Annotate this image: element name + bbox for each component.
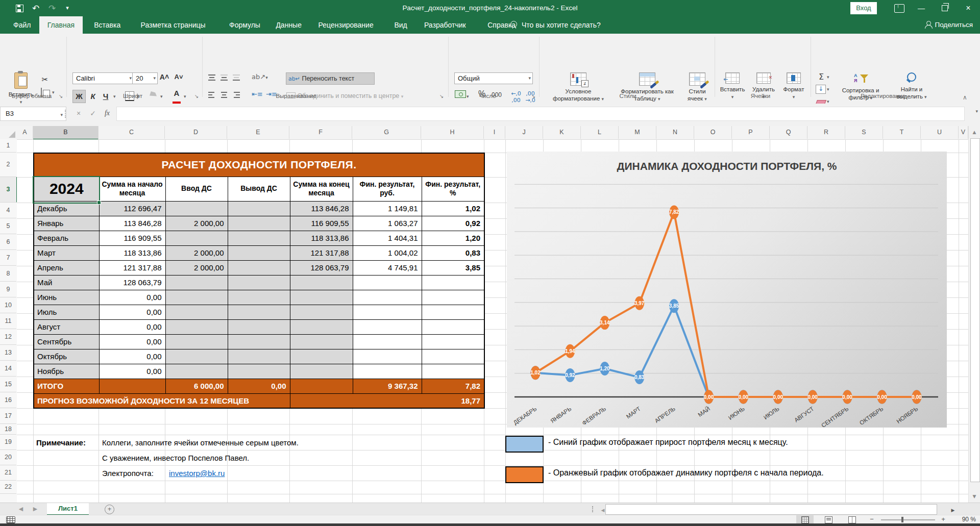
value-cell[interactable]: 128 063,79 <box>99 275 165 290</box>
value-cell[interactable]: 116 909,55 <box>99 231 165 245</box>
row-header-12[interactable]: 12 <box>0 329 16 345</box>
value-cell[interactable] <box>165 334 228 349</box>
value-cell[interactable]: 0,00 <box>99 349 165 364</box>
row-header-9[interactable]: 9 <box>0 282 16 297</box>
month-cell[interactable]: Сентябрь <box>34 334 99 349</box>
row-header-1[interactable]: 1 <box>0 139 16 153</box>
value-cell[interactable] <box>165 201 228 216</box>
page-layout-view-button[interactable] <box>820 515 837 524</box>
value-cell[interactable]: 0,00 <box>99 364 165 379</box>
month-cell[interactable]: Март <box>34 245 99 260</box>
value-cell[interactable] <box>228 349 290 364</box>
new-sheet-icon[interactable]: + <box>105 505 114 514</box>
ribbon-tab-формулы[interactable]: Формулы <box>221 16 268 34</box>
value-cell[interactable] <box>290 319 353 334</box>
prev-sheet-icon[interactable]: ◀ <box>14 503 28 515</box>
value-cell[interactable]: 0,83 <box>422 245 484 260</box>
column-header-M[interactable]: M <box>619 126 656 139</box>
month-cell[interactable]: Февраль <box>34 231 99 245</box>
value-cell[interactable] <box>228 216 290 231</box>
next-sheet-icon[interactable]: ▶ <box>29 503 42 515</box>
close-button[interactable]: × <box>957 0 980 16</box>
tab-scroll-splitter[interactable] <box>592 506 595 512</box>
month-cell[interactable]: Декабрь <box>34 201 99 216</box>
column-header-G[interactable]: G <box>352 126 421 139</box>
ribbon-tab-вид[interactable]: Вид <box>386 16 415 34</box>
value-cell[interactable]: 113 846,28 <box>290 201 353 216</box>
column-header-N[interactable]: N <box>656 126 694 139</box>
formula-input[interactable] <box>116 107 965 121</box>
total-withdrawals[interactable]: 0,00 <box>228 379 290 393</box>
note-label[interactable]: Примечание: <box>36 437 86 448</box>
value-cell[interactable]: 128 063,79 <box>290 260 353 275</box>
month-cell[interactable]: Август <box>34 319 99 334</box>
row-header-19[interactable]: 19 <box>0 435 16 450</box>
column-header-B[interactable]: B <box>33 126 99 140</box>
vertical-scroll-thumb[interactable] <box>970 138 980 482</box>
value-cell[interactable]: 0,00 <box>99 290 165 305</box>
email-link[interactable]: investorp@bk.ru <box>169 469 225 478</box>
value-cell[interactable] <box>422 364 484 379</box>
scroll-down-icon[interactable]: ▼ <box>970 492 979 501</box>
total-label[interactable]: ИТОГО <box>34 379 99 393</box>
column-header-J[interactable]: J <box>505 126 543 139</box>
value-cell[interactable] <box>165 290 228 305</box>
month-cell[interactable]: Январь <box>34 216 99 231</box>
decrease-font-icon[interactable]: A˅ <box>173 72 185 85</box>
clipboard-dialog-launcher-icon[interactable] <box>57 93 64 100</box>
value-cell[interactable] <box>228 260 290 275</box>
value-cell[interactable] <box>290 275 353 290</box>
font-dialog-launcher-icon[interactable] <box>193 93 200 100</box>
table-column-header[interactable]: Ввод ДС <box>165 177 228 201</box>
column-header-F[interactable]: F <box>289 126 352 139</box>
share-button[interactable]: Поделиться <box>925 16 973 34</box>
value-cell[interactable] <box>165 231 228 245</box>
row-header-18[interactable]: 18 <box>0 424 16 435</box>
autosum-caret-icon[interactable] <box>827 74 829 80</box>
number-format-select[interactable]: Общий <box>454 72 533 84</box>
value-cell[interactable] <box>290 364 353 379</box>
zoom-slider-thumb[interactable] <box>901 517 903 522</box>
ribbon-tab-вставка[interactable]: Вставка <box>86 16 129 34</box>
ribbon-tab-разработчик[interactable]: Разработчик <box>416 16 474 34</box>
month-cell[interactable]: Июнь <box>34 290 99 305</box>
value-cell[interactable] <box>353 290 422 305</box>
ribbon-tab-главная[interactable]: Главная <box>39 16 83 34</box>
value-cell[interactable] <box>228 275 290 290</box>
name-box-caret-icon[interactable] <box>60 108 63 121</box>
vertical-scrollbar[interactable]: ▲ ▼ <box>968 126 980 503</box>
value-cell[interactable]: 118 313,86 <box>99 245 165 260</box>
value-cell[interactable]: 1 063,27 <box>353 216 422 231</box>
font-size-select[interactable]: 20 <box>132 72 158 84</box>
month-cell[interactable]: Октябрь <box>34 349 99 364</box>
column-header-D[interactable]: D <box>165 126 227 139</box>
value-cell[interactable] <box>165 305 228 319</box>
column-header-H[interactable]: H <box>421 126 484 139</box>
value-cell[interactable] <box>165 364 228 379</box>
forecast-label[interactable]: ПРОГНОЗ ВОЗМОЖНОЙ ДОХОДНОСТИ ЗА 12 МЕСЯЦ… <box>34 393 290 408</box>
value-cell[interactable] <box>353 334 422 349</box>
cancel-formula-icon[interactable]: × <box>71 107 86 120</box>
value-cell[interactable]: 4 745,91 <box>353 260 422 275</box>
value-cell[interactable]: 113 846,28 <box>99 216 165 231</box>
value-cell[interactable]: 1 149,81 <box>353 201 422 216</box>
normal-view-button[interactable] <box>796 515 814 524</box>
value-cell[interactable] <box>290 290 353 305</box>
column-header-R[interactable]: R <box>807 126 845 139</box>
row-header-17[interactable]: 17 <box>0 408 16 424</box>
value-cell[interactable]: 0,92 <box>422 216 484 231</box>
zoom-in-icon[interactable]: + <box>939 515 947 524</box>
insert-function-icon[interactable]: fx <box>100 107 114 120</box>
column-header-K[interactable]: K <box>543 126 581 139</box>
cut-icon[interactable]: ✂ <box>39 74 51 86</box>
column-header-E[interactable]: E <box>227 126 289 139</box>
zoom-slider-track[interactable] <box>881 519 935 520</box>
value-cell[interactable] <box>228 245 290 260</box>
formula-bar-expand-icon[interactable] <box>975 109 978 114</box>
value-cell[interactable] <box>165 319 228 334</box>
ribbon-tab-справка[interactable]: Справка <box>479 16 524 34</box>
value-cell[interactable]: 121 317,88 <box>290 245 353 260</box>
row-header-22[interactable]: 22 <box>0 481 16 494</box>
font-color-caret-icon[interactable] <box>184 94 186 99</box>
column-header-L[interactable]: L <box>581 126 619 139</box>
